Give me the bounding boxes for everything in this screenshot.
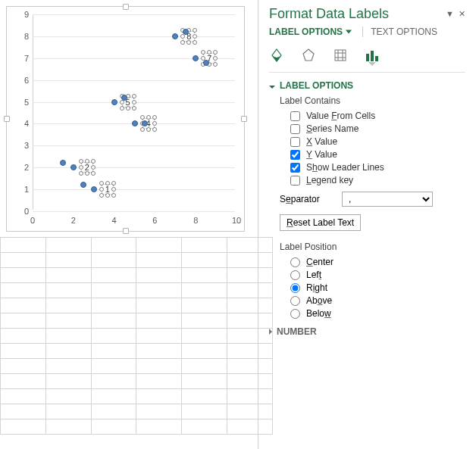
selection-handle[interactable] [132,94,136,98]
separator-label: Separator [280,194,333,204]
cb-y-value-label: Y Value [306,149,337,160]
cb-legend-key-label: Legend key [306,175,353,186]
selection-handle[interactable] [91,171,96,176]
x-tick: 8 [193,216,198,225]
selection-handle[interactable] [111,187,116,192]
selection-handle[interactable] [105,193,110,198]
cb-series-name[interactable] [290,124,300,134]
selection-handle[interactable] [193,28,197,33]
selection-handle[interactable] [213,62,218,67]
radio-below[interactable] [290,309,300,319]
separator-select[interactable]: , [342,192,433,207]
selection-handle[interactable] [79,165,83,170]
selection-handle[interactable] [146,115,151,120]
section-label-options[interactable]: LABEL OPTIONS [269,80,465,91]
selection-handle[interactable] [207,50,211,55]
cb-series-name-label: Series Name [306,123,359,134]
label-contains-heading: Label Contains [280,95,465,106]
label-options-icon[interactable] [365,48,380,63]
selection-handle[interactable] [111,193,116,198]
worksheet-area[interactable]: 01234567890246810215487 [0,0,258,449]
selection-handle[interactable] [201,50,205,55]
chart-object[interactable]: 01234567890246810215487 [6,6,245,232]
tab-label-options[interactable]: LABEL OPTIONS [269,27,352,37]
selection-handle[interactable] [193,40,197,45]
svg-marker-1 [303,49,314,61]
data-point[interactable] [91,186,97,192]
selection-handle[interactable] [140,127,145,132]
cb-show-leader-label: Show Leader Lines [306,162,384,173]
cb-x-value[interactable] [290,137,300,147]
selection-handle[interactable] [79,171,83,176]
y-tick: 1 [24,185,29,194]
selection-handle[interactable] [152,127,157,132]
plot-area[interactable]: 01234567890246810215487 [33,14,235,210]
y-tick: 8 [24,32,29,41]
selection-handle[interactable] [120,106,124,111]
data-point[interactable] [183,29,189,35]
cb-show-leader-lines[interactable] [290,163,300,173]
cb-value-from-cells[interactable] [290,111,300,121]
data-point[interactable] [172,33,178,39]
size-properties-icon[interactable] [333,48,348,63]
data-point[interactable] [203,60,209,66]
selection-handle[interactable] [99,193,104,198]
selection-handle[interactable] [140,115,145,120]
data-point[interactable] [60,160,66,166]
selection-handle[interactable] [79,159,83,164]
y-tick: 6 [24,76,29,85]
y-tick: 7 [24,54,29,63]
selection-handle[interactable] [213,56,218,61]
data-point[interactable] [132,120,138,126]
selection-handle[interactable] [111,181,116,186]
x-tick: 10 [232,216,241,225]
cb-y-value[interactable] [290,150,300,160]
selection-handle[interactable] [180,40,185,45]
selection-handle[interactable] [132,100,136,104]
x-tick: 0 [30,216,35,225]
selection-handle[interactable] [99,187,104,192]
selection-handle[interactable] [193,34,197,39]
radio-right[interactable] [290,283,300,293]
x-tick: 4 [112,216,117,225]
selection-handle[interactable] [152,115,157,120]
selection-handle[interactable] [91,159,96,164]
data-point[interactable] [121,95,127,101]
data-point[interactable] [142,120,148,126]
selection-handle[interactable] [99,181,104,186]
resize-handle-w[interactable] [4,116,10,122]
selection-handle[interactable] [152,121,157,126]
data-point[interactable] [111,99,117,105]
cb-legend-key[interactable] [290,176,300,186]
resize-handle-n[interactable] [123,4,129,10]
radio-above-label: Above [306,295,332,306]
effects-icon[interactable] [301,48,316,63]
section-number[interactable]: NUMBER [269,326,465,337]
selection-handle[interactable] [186,40,191,45]
x-tick: 2 [71,216,76,225]
radio-above[interactable] [290,296,300,306]
data-point[interactable] [70,164,77,170]
selection-handle[interactable] [126,106,130,111]
reset-label-text-button[interactable]: Reset Label Text [280,214,361,231]
resize-handle-e[interactable] [241,116,247,122]
y-tick: 3 [24,141,29,150]
radio-left[interactable] [290,270,300,280]
resize-handle-s[interactable] [123,228,129,234]
selection-handle[interactable] [91,165,96,170]
tab-text-options[interactable]: TEXT OPTIONS [362,27,437,37]
radio-center-label: Center [306,257,334,267]
close-icon[interactable]: ✕ [459,9,465,19]
selection-handle[interactable] [213,50,218,55]
data-point[interactable] [193,55,199,61]
selection-handle[interactable] [105,181,110,186]
pane-options-icon[interactable]: ▼ [446,9,454,19]
selection-handle[interactable] [146,127,151,132]
selection-handle[interactable] [132,106,136,111]
fill-line-icon[interactable] [269,48,284,63]
selection-handle[interactable] [85,159,89,164]
selection-handle[interactable] [85,171,89,176]
data-point[interactable] [80,182,86,188]
spreadsheet-grid[interactable] [0,237,258,449]
radio-center[interactable] [290,257,300,267]
